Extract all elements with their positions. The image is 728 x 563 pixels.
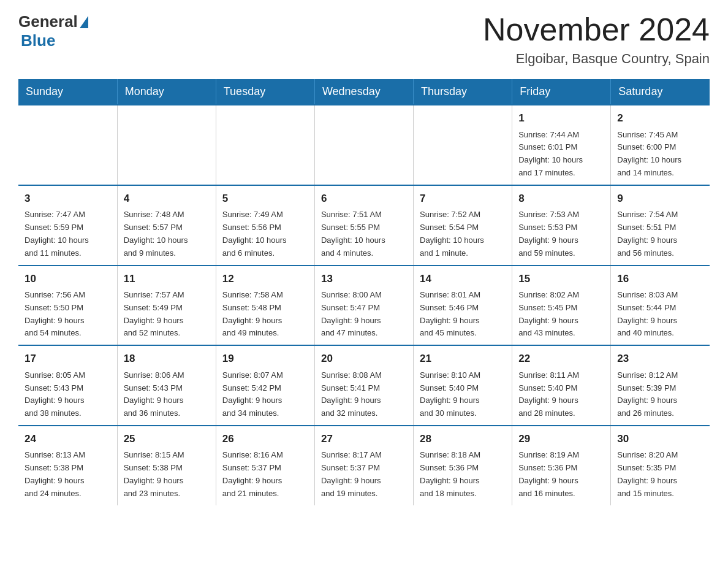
calendar-cell: 14Sunrise: 8:01 AMSunset: 5:46 PMDayligh… [414,266,512,346]
day-number: 4 [124,191,210,207]
day-info: Sunrise: 8:13 AMSunset: 5:38 PMDaylight:… [25,449,111,500]
day-info: Sunrise: 7:44 AMSunset: 6:01 PMDaylight:… [518,129,604,180]
day-number: 24 [25,431,111,447]
calendar-cell: 22Sunrise: 8:11 AMSunset: 5:40 PMDayligh… [512,345,611,426]
calendar-cell [414,105,512,185]
calendar-cell: 13Sunrise: 8:00 AMSunset: 5:47 PMDayligh… [314,266,413,346]
day-info: Sunrise: 7:53 AMSunset: 5:53 PMDaylight:… [518,209,604,259]
day-number: 6 [321,191,407,207]
calendar-week-row: 24Sunrise: 8:13 AMSunset: 5:38 PMDayligh… [18,426,710,505]
calendar-cell: 18Sunrise: 8:06 AMSunset: 5:43 PMDayligh… [117,345,216,426]
calendar-cell: 26Sunrise: 8:16 AMSunset: 5:37 PMDayligh… [216,426,314,505]
calendar-cell: 20Sunrise: 8:08 AMSunset: 5:41 PMDayligh… [314,345,413,426]
day-info: Sunrise: 8:20 AMSunset: 5:35 PMDaylight:… [617,449,703,500]
calendar-table: SundayMondayTuesdayWednesdayThursdayFrid… [18,79,710,505]
weekday-header-thursday: Thursday [414,79,512,105]
day-number: 7 [420,191,506,207]
day-info: Sunrise: 8:06 AMSunset: 5:43 PMDaylight:… [124,369,210,420]
calendar-cell [18,105,117,185]
calendar-cell: 16Sunrise: 8:03 AMSunset: 5:44 PMDayligh… [611,266,710,346]
day-number: 18 [124,351,210,367]
day-info: Sunrise: 8:10 AMSunset: 5:40 PMDaylight:… [420,369,506,420]
day-info: Sunrise: 8:02 AMSunset: 5:45 PMDaylight:… [518,289,604,340]
day-info: Sunrise: 8:17 AMSunset: 5:37 PMDaylight:… [321,449,407,500]
calendar-cell: 5Sunrise: 7:49 AMSunset: 5:56 PMDaylight… [216,185,314,266]
logo: General Blue [18,12,89,50]
day-info: Sunrise: 7:51 AMSunset: 5:55 PMDaylight:… [321,209,407,259]
logo-blue-text: Blue [21,31,55,50]
calendar-week-row: 1Sunrise: 7:44 AMSunset: 6:01 PMDaylight… [18,105,710,185]
day-info: Sunrise: 8:11 AMSunset: 5:40 PMDaylight:… [518,369,604,420]
logo-triangle-icon [80,16,88,28]
calendar-week-row: 17Sunrise: 8:05 AMSunset: 5:43 PMDayligh… [18,345,710,426]
day-info: Sunrise: 8:03 AMSunset: 5:44 PMDaylight:… [617,289,703,340]
day-info: Sunrise: 8:19 AMSunset: 5:36 PMDaylight:… [518,449,604,500]
day-number: 22 [518,351,604,367]
calendar-cell: 1Sunrise: 7:44 AMSunset: 6:01 PMDaylight… [512,105,611,185]
calendar-cell: 11Sunrise: 7:57 AMSunset: 5:49 PMDayligh… [117,266,216,346]
weekday-header-row: SundayMondayTuesdayWednesdayThursdayFrid… [18,79,710,105]
day-number: 12 [222,271,308,287]
day-number: 9 [617,191,703,207]
calendar-cell: 27Sunrise: 8:17 AMSunset: 5:37 PMDayligh… [314,426,413,505]
calendar-cell: 17Sunrise: 8:05 AMSunset: 5:43 PMDayligh… [18,345,117,426]
calendar-cell: 2Sunrise: 7:45 AMSunset: 6:00 PMDaylight… [611,105,710,185]
page-header: General Blue November 2024 Elgoibar, Bas… [18,12,710,67]
calendar-cell [117,105,216,185]
calendar-cell: 29Sunrise: 8:19 AMSunset: 5:36 PMDayligh… [512,426,611,505]
day-info: Sunrise: 8:05 AMSunset: 5:43 PMDaylight:… [25,369,111,420]
day-info: Sunrise: 8:00 AMSunset: 5:47 PMDaylight:… [321,289,407,340]
weekday-header-friday: Friday [512,79,611,105]
calendar-cell: 30Sunrise: 8:20 AMSunset: 5:35 PMDayligh… [611,426,710,505]
day-info: Sunrise: 8:16 AMSunset: 5:37 PMDaylight:… [222,449,308,500]
calendar-week-row: 10Sunrise: 7:56 AMSunset: 5:50 PMDayligh… [18,266,710,346]
day-number: 26 [222,431,308,447]
day-number: 17 [25,351,111,367]
day-number: 25 [124,431,210,447]
day-number: 29 [518,431,604,447]
calendar-cell: 15Sunrise: 8:02 AMSunset: 5:45 PMDayligh… [512,266,611,346]
day-info: Sunrise: 7:52 AMSunset: 5:54 PMDaylight:… [420,209,506,259]
logo-general-text: General [18,12,78,31]
day-number: 11 [124,271,210,287]
day-number: 14 [420,271,506,287]
day-info: Sunrise: 8:18 AMSunset: 5:36 PMDaylight:… [420,449,506,500]
day-number: 20 [321,351,407,367]
day-number: 19 [222,351,308,367]
day-number: 15 [518,271,604,287]
day-number: 21 [420,351,506,367]
calendar-cell: 12Sunrise: 7:58 AMSunset: 5:48 PMDayligh… [216,266,314,346]
day-info: Sunrise: 8:12 AMSunset: 5:39 PMDaylight:… [617,369,703,420]
weekday-header-tuesday: Tuesday [216,79,314,105]
day-info: Sunrise: 7:49 AMSunset: 5:56 PMDaylight:… [222,209,308,259]
day-info: Sunrise: 7:54 AMSunset: 5:51 PMDaylight:… [617,209,703,259]
day-info: Sunrise: 8:01 AMSunset: 5:46 PMDaylight:… [420,289,506,340]
calendar-cell: 19Sunrise: 8:07 AMSunset: 5:42 PMDayligh… [216,345,314,426]
calendar-cell: 7Sunrise: 7:52 AMSunset: 5:54 PMDaylight… [414,185,512,266]
day-number: 10 [25,271,111,287]
calendar-cell: 23Sunrise: 8:12 AMSunset: 5:39 PMDayligh… [611,345,710,426]
day-info: Sunrise: 7:56 AMSunset: 5:50 PMDaylight:… [25,289,111,340]
calendar-cell [216,105,314,185]
day-number: 13 [321,271,407,287]
month-title: November 2024 [483,12,710,47]
day-number: 2 [617,110,703,126]
calendar-cell: 4Sunrise: 7:48 AMSunset: 5:57 PMDaylight… [117,185,216,266]
calendar-cell [314,105,413,185]
day-info: Sunrise: 7:45 AMSunset: 6:00 PMDaylight:… [617,129,703,180]
weekday-header-wednesday: Wednesday [314,79,413,105]
calendar-cell: 3Sunrise: 7:47 AMSunset: 5:59 PMDaylight… [18,185,117,266]
day-number: 16 [617,271,703,287]
calendar-cell: 21Sunrise: 8:10 AMSunset: 5:40 PMDayligh… [414,345,512,426]
calendar-cell: 6Sunrise: 7:51 AMSunset: 5:55 PMDaylight… [314,185,413,266]
calendar-cell: 25Sunrise: 8:15 AMSunset: 5:38 PMDayligh… [117,426,216,505]
calendar-cell: 8Sunrise: 7:53 AMSunset: 5:53 PMDaylight… [512,185,611,266]
day-info: Sunrise: 7:48 AMSunset: 5:57 PMDaylight:… [124,209,210,259]
weekday-header-monday: Monday [117,79,216,105]
location-title: Elgoibar, Basque Country, Spain [483,51,710,67]
day-number: 23 [617,351,703,367]
day-info: Sunrise: 8:08 AMSunset: 5:41 PMDaylight:… [321,369,407,420]
day-number: 8 [518,191,604,207]
calendar-week-row: 3Sunrise: 7:47 AMSunset: 5:59 PMDaylight… [18,185,710,266]
day-number: 30 [617,431,703,447]
